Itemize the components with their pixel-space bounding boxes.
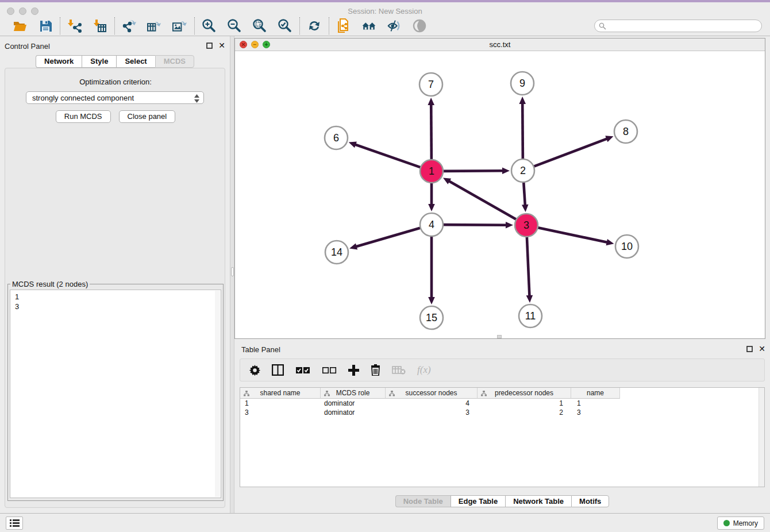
table-panel-title: Table Panel [241, 345, 280, 354]
graph-node-4[interactable]: 4 [420, 213, 443, 236]
tab-network[interactable]: Network [36, 55, 82, 68]
style-eye-icon[interactable] [387, 18, 402, 33]
open-session-icon[interactable] [13, 18, 28, 33]
table-cell[interactable]: 3 [240, 408, 321, 417]
clone-network-icon[interactable] [336, 18, 351, 33]
graph-node-3[interactable]: 3 [515, 214, 538, 237]
function-builder-disabled-icon: f(x) [417, 364, 431, 376]
tab-edge-table[interactable]: Edge Table [451, 495, 505, 507]
graph-edge-3-11[interactable] [526, 235, 533, 303]
tab-motifs[interactable]: Motifs [571, 495, 609, 507]
settings-gear-icon[interactable] [249, 365, 260, 376]
graph-edge-3-10[interactable] [536, 228, 614, 246]
graph-edge-1-4[interactable] [428, 181, 435, 211]
hide-details-icon[interactable] [412, 18, 427, 33]
export-image-icon[interactable] [172, 18, 187, 33]
table-cell[interactable]: dominator [321, 399, 386, 408]
save-session-icon[interactable] [38, 18, 53, 33]
table-scrollbar[interactable] [759, 388, 764, 487]
close-table-panel-icon[interactable]: ✕ [759, 345, 765, 353]
close-panel-icon[interactable]: ✕ [218, 41, 225, 49]
export-table-icon[interactable] [147, 18, 162, 33]
graph-edge-3-1[interactable] [443, 178, 518, 220]
table-row[interactable]: 1dominator411 [240, 399, 764, 408]
table-cell[interactable]: 2 [478, 408, 571, 417]
tab-mcds[interactable]: MCDS [155, 55, 194, 68]
graph-node-11[interactable]: 11 [519, 304, 542, 327]
float-panel-icon[interactable] [206, 43, 213, 49]
graph-edge-1-7[interactable] [428, 98, 434, 161]
network-window-titlebar[interactable]: ✕ − + scc.txt [235, 38, 765, 51]
column-type-icon [244, 390, 249, 398]
divider-grip[interactable] [231, 267, 234, 276]
graph-node-10[interactable]: 10 [615, 235, 638, 258]
search-input[interactable] [594, 20, 762, 32]
graph-node-8[interactable]: 8 [614, 120, 637, 143]
mcds-result-textarea[interactable]: 13 [10, 290, 221, 498]
zoom-selected-icon[interactable] [278, 18, 292, 33]
column-header-predecessor-nodes[interactable]: predecessor nodes [478, 388, 571, 399]
column-header-name[interactable]: name [571, 388, 620, 399]
close-panel-button[interactable]: Close panel [119, 110, 176, 123]
refresh-icon[interactable] [307, 18, 322, 33]
graph-edge-1-2[interactable] [441, 167, 510, 174]
zoom-out-icon[interactable] [227, 18, 242, 33]
task-history-button[interactable] [6, 516, 23, 530]
graph-edge-2-9[interactable] [519, 97, 526, 161]
memory-button[interactable]: Memory [717, 516, 764, 530]
tab-select[interactable]: Select [116, 55, 155, 68]
result-line: 3 [15, 302, 216, 311]
network-resize-grip[interactable] [497, 335, 502, 338]
table-tabs: Node Table Edge Table Network Table Moti… [234, 495, 770, 507]
graph-node-2[interactable]: 2 [511, 159, 534, 182]
split-columns-icon[interactable] [272, 364, 284, 376]
first-neighbors-icon[interactable] [361, 18, 376, 33]
graph-node-6[interactable]: 6 [325, 126, 348, 149]
table-cell[interactable]: 3 [571, 408, 620, 417]
graph-node-1[interactable]: 1 [420, 160, 443, 183]
panel-divider[interactable] [230, 36, 234, 513]
float-table-panel-icon[interactable] [746, 346, 753, 352]
graph-edge-4-15[interactable] [428, 234, 435, 304]
import-table-icon[interactable] [93, 18, 107, 33]
column-header-shared-name[interactable]: shared name [240, 388, 321, 399]
tab-node-table[interactable]: Node Table [395, 495, 451, 507]
node-table[interactable]: shared nameMCDS rolesuccessor nodesprede… [240, 387, 765, 487]
deselect-all-icon[interactable] [322, 367, 337, 374]
graph-node-15[interactable]: 15 [420, 306, 443, 329]
table-row[interactable]: 3dominator323 [240, 408, 764, 417]
optimization-criterion-select[interactable]: strongly connected component [26, 91, 204, 104]
zoom-in-icon[interactable] [202, 18, 217, 33]
add-column-icon[interactable] [348, 365, 359, 376]
graph-edge-4-14[interactable] [349, 228, 422, 250]
svg-text:11: 11 [525, 310, 536, 322]
column-label: shared name [260, 389, 300, 397]
graph-node-7[interactable]: 7 [419, 73, 442, 96]
delete-column-icon[interactable] [371, 364, 380, 376]
table-cell[interactable]: 1 [571, 399, 620, 408]
import-network-icon[interactable] [67, 18, 82, 33]
select-all-icon[interactable] [295, 367, 310, 374]
table-cell[interactable]: 4 [386, 399, 478, 408]
search-field[interactable] [594, 20, 762, 32]
graph-edge-2-3[interactable] [522, 180, 529, 212]
tab-network-table[interactable]: Network Table [505, 495, 571, 507]
run-mcds-button[interactable]: Run MCDS [56, 110, 111, 123]
table-cell[interactable]: 1 [240, 399, 321, 408]
table-cell[interactable]: dominator [321, 408, 386, 417]
table-cell[interactable]: 1 [478, 399, 571, 408]
network-canvas[interactable]: 7968124314101511 [235, 51, 765, 339]
column-header-MCDS-role[interactable]: MCDS role [321, 388, 386, 399]
svg-text:15: 15 [426, 312, 437, 323]
tab-style[interactable]: Style [82, 55, 116, 68]
table-cell[interactable]: 3 [386, 408, 478, 417]
graph-edge-4-3[interactable] [441, 222, 513, 229]
result-scrollbar[interactable] [215, 291, 220, 497]
zoom-fit-icon[interactable] [252, 18, 267, 33]
graph-node-14[interactable]: 14 [325, 241, 348, 264]
export-network-icon[interactable] [122, 18, 137, 33]
graph-edge-1-6[interactable] [349, 141, 422, 168]
graph-edge-2-8[interactable] [532, 136, 614, 167]
graph-node-9[interactable]: 9 [511, 72, 534, 95]
column-header-successor-nodes[interactable]: successor nodes [386, 388, 478, 399]
